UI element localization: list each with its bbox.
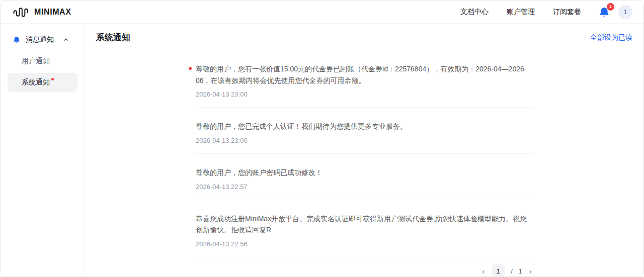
bell-unread-badge: 1 <box>607 3 614 11</box>
nav-docs-center[interactable]: 文档中心 <box>460 8 489 17</box>
sidebar-item-label: 系统通知 <box>22 78 50 87</box>
sidebar-item-system-notifications[interactable]: 系统通知 <box>8 73 77 92</box>
user-avatar[interactable]: 1 <box>618 5 632 19</box>
notification-bell-button[interactable]: 1 <box>598 6 610 18</box>
mark-all-read-button[interactable]: 全部设为已读 <box>590 33 632 42</box>
top-header: MINIMAX 文档中心 账户管理 订阅套餐 1 1 <box>1 1 643 24</box>
brand-logo[interactable]: MINIMAX <box>13 6 71 19</box>
page-title: 系统通知 <box>96 32 130 43</box>
pagination-total-pages: 1 <box>519 267 522 275</box>
notification-timestamp: 2026-04-13 22:57 <box>196 183 533 191</box>
nav-subscription-plans[interactable]: 订阅套餐 <box>553 8 581 17</box>
notification-text: 尊敬的用户，您已完成个人认证！我们期待为您提供更多专业服务。 <box>196 121 533 132</box>
bell-icon <box>13 36 21 44</box>
sidebar-group-label: 消息通知 <box>26 35 54 44</box>
sidebar-item-user-notifications[interactable]: 用户通知 <box>8 52 77 71</box>
sidebar-group-notifications[interactable]: 消息通知 <box>1 30 85 50</box>
notification-item: 尊敬的用户，您有一张价值15.00元的代金券已到账（代金券id：22576804… <box>196 50 533 108</box>
unread-dot <box>51 78 54 80</box>
pagination-separator: / <box>511 267 513 275</box>
nav-account-management[interactable]: 账户管理 <box>507 8 535 17</box>
chevron-up-icon <box>63 37 68 42</box>
waveform-logo-icon <box>13 6 30 19</box>
pagination-prev-button[interactable]: ‹ <box>481 267 486 275</box>
page-body: 消息通知 用户通知 系统通知 系统通知 全部设为已读 <box>1 24 643 276</box>
notification-timestamp: 2026-04-13 23:00 <box>196 90 533 98</box>
unread-dot <box>189 67 192 70</box>
notification-text: 恭喜您成功注册MiniMax开放平台。完成实名认证即可获得新用户测试代金券,助您… <box>196 213 533 236</box>
pagination: ‹ 1 / 1 › <box>196 264 533 277</box>
pagination-next-button[interactable]: › <box>528 267 533 275</box>
main-content: 系统通知 全部设为已读 尊敬的用户，您有一张价值15.00元的代金券已到账（代金… <box>85 24 643 276</box>
top-nav: 文档中心 账户管理 订阅套餐 1 1 <box>442 5 632 19</box>
notification-timestamp: 2026-04-13 22:56 <box>196 240 533 248</box>
notification-text: 尊敬的用户，您的账户密码已成功修改！ <box>196 167 533 178</box>
notification-item: 尊敬的用户，您已完成个人认证！我们期待为您提供更多专业服务。 2026-04-1… <box>196 108 533 154</box>
app-window: MINIMAX 文档中心 账户管理 订阅套餐 1 1 <box>0 0 644 277</box>
notification-timestamp: 2026-04-13 23:00 <box>196 137 533 144</box>
notification-item: 尊敬的用户，您的账户密码已成功修改！ 2026-04-13 22:57 <box>196 154 533 200</box>
notification-item: 恭喜您成功注册MiniMax开放平台。完成实名认证即可获得新用户测试代金券,助您… <box>196 200 533 257</box>
sidebar-item-label: 用户通知 <box>22 57 50 66</box>
sidebar: 消息通知 用户通知 系统通知 <box>1 24 85 276</box>
notification-text: 尊敬的用户，您有一张价值15.00元的代金券已到账（代金券id：22576804… <box>196 63 533 86</box>
brand-name: MINIMAX <box>34 8 71 17</box>
notification-list: 尊敬的用户，您有一张价值15.00元的代金券已到账（代金券id：22576804… <box>196 50 533 257</box>
content-header: 系统通知 全部设为已读 <box>96 32 632 43</box>
pagination-current-page[interactable]: 1 <box>492 264 505 277</box>
